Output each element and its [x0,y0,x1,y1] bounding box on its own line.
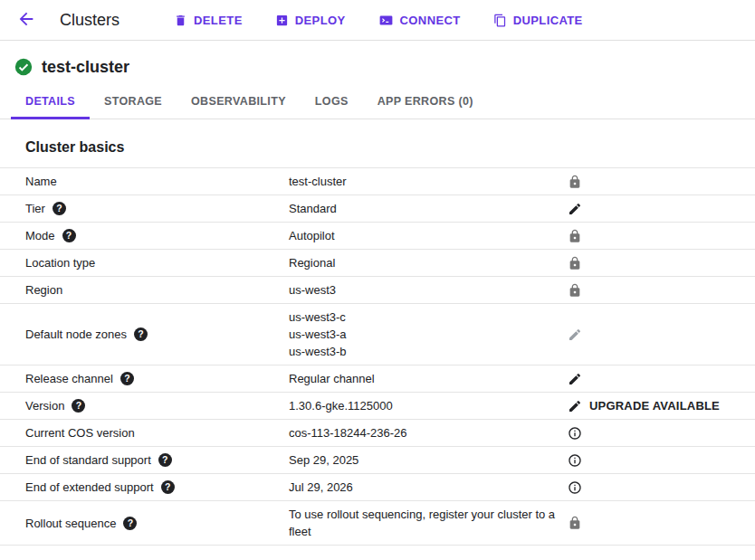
row-value-line: us-west3-c [289,308,557,326]
check-circle-icon [14,57,33,77]
row-label: End of standard support [25,453,151,467]
row-label: Name [25,175,57,188]
cluster-detail-main: test-cluster DETAILS STORAGE OBSERVABILI… [0,41,755,546]
row-value: Regional [289,250,562,276]
table-row: Current COS version cos-113-18244-236-26 [0,419,755,446]
tab-storage[interactable]: STORAGE [90,86,177,119]
table-row: Default node zones ? us-west3-cus-west3-… [0,303,755,365]
page-header: Clusters DELETE DEPLOY CONNECT DUPLICATE [0,0,755,41]
row-value-line: Autopilot [289,227,557,244]
row-value-line: Jul 29, 2026 [289,479,557,496]
row-value-line: us-west3-a [289,326,557,343]
row-value-line: us-west3 [289,281,557,299]
lock-icon [568,229,582,243]
row-value-line: Sep 29, 2025 [289,451,557,469]
help-icon[interactable]: ? [72,399,85,413]
edit-icon[interactable] [568,202,582,216]
row-label: Current COS version [25,426,135,440]
help-icon[interactable]: ? [53,202,66,215]
help-icon[interactable]: ? [120,372,134,385]
row-label: Default node zones [25,327,127,341]
row-value-line: test-cluster [289,173,557,190]
lock-icon [568,516,582,530]
help-icon[interactable]: ? [134,327,148,341]
info-icon[interactable] [568,426,582,441]
row-label: End of extended support [25,480,154,494]
lock-icon [568,256,582,271]
table-row: Tier ? Standard [0,195,755,222]
tab-bar: DETAILS STORAGE OBSERVABILITY LOGS APP E… [0,86,755,119]
help-icon[interactable]: ? [161,480,175,494]
table-row: Release channel ? Regular channel [0,365,755,392]
row-value: Standard [289,195,562,222]
help-icon[interactable]: ? [123,517,137,530]
header-action-label: DEPLOY [295,14,346,27]
arrow-left-icon [16,9,36,32]
table-row: Version ? 1.30.6-gke.1125000 UPGRADE AVA… [0,392,755,419]
back-button[interactable] [14,8,38,32]
row-value: 1.30.6-gke.1125000 [289,393,562,419]
deploy-icon [275,14,289,27]
table-row: Location type Regional [0,249,755,276]
row-value: us-west3 [289,277,562,303]
info-icon[interactable] [568,453,582,468]
row-value: Autopilot [289,223,562,249]
row-value-line: To use rollout sequencing, register your… [289,506,557,540]
upgrade-available-label[interactable]: UPGRADE AVAILABLE [589,399,720,413]
table-row: Rollout sequence ? To use rollout sequen… [0,500,755,546]
connect-button[interactable]: CONNECT [378,14,461,27]
cluster-name: test-cluster [42,58,129,77]
header-action-label: CONNECT [400,14,461,27]
table-row: Name test-cluster [0,167,755,195]
header-action-label: DUPLICATE [513,14,583,27]
page-title: Clusters [60,11,119,30]
row-label: Rollout sequence [25,517,116,530]
row-value-line: us-west3-b [289,343,557,360]
table-row: End of extended support ? Jul 29, 2026 [0,473,755,500]
duplicate-button[interactable]: DUPLICATE [493,14,583,27]
terminal-icon [378,14,394,27]
cluster-basics-table: Name test-cluster Tier ? Standard Mode ?… [0,167,755,546]
row-value: test-cluster [289,168,562,195]
row-label: Location type [25,256,95,270]
row-label: Tier [25,202,45,215]
row-value-line: 1.30.6-gke.1125000 [289,397,557,414]
lock-icon [568,175,582,189]
copy-icon [493,14,507,27]
table-row: Region us-west3 [0,276,755,303]
delete-button[interactable]: DELETE [174,14,243,27]
row-value-line: Standard [289,200,557,217]
table-row: Mode ? Autopilot [0,222,755,249]
cluster-title-row: test-cluster [0,41,755,86]
row-value: To use rollout sequencing, register your… [289,501,562,545]
header-action-bar: DELETE DEPLOY CONNECT DUPLICATE [174,14,583,27]
tab-logs[interactable]: LOGS [301,86,363,119]
row-value-line: Regular channel [289,370,557,387]
tab-observability[interactable]: OBSERVABILITY [177,86,301,119]
row-value: us-west3-cus-west3-aus-west3-b [289,304,562,365]
row-label: Region [25,283,62,297]
row-value: cos-113-18244-236-26 [289,420,562,446]
table-row: End of standard support ? Sep 29, 2025 [0,446,755,473]
row-label: Version [25,399,64,413]
row-value-line: cos-113-18244-236-26 [289,424,557,441]
row-value: Jul 29, 2026 [289,474,562,500]
edit-icon[interactable] [568,327,582,342]
section-title: Cluster basics [0,119,755,167]
tab-app-errors-0[interactable]: APP ERRORS (0) [363,86,488,119]
header-action-label: DELETE [194,14,243,27]
help-icon[interactable]: ? [158,453,172,467]
edit-icon[interactable] [568,372,582,386]
lock-icon [568,283,582,298]
deploy-button[interactable]: DEPLOY [275,14,346,27]
help-icon[interactable]: ? [62,229,76,242]
trash-icon [174,14,187,27]
info-icon[interactable] [568,480,582,495]
row-label: Release channel [25,372,113,385]
row-value: Sep 29, 2025 [289,447,562,473]
row-value-line: Regional [289,254,557,271]
edit-icon[interactable] [568,399,582,413]
tab-details[interactable]: DETAILS [11,86,90,119]
row-value: Regular channel [289,365,562,392]
row-label: Mode [25,229,55,242]
